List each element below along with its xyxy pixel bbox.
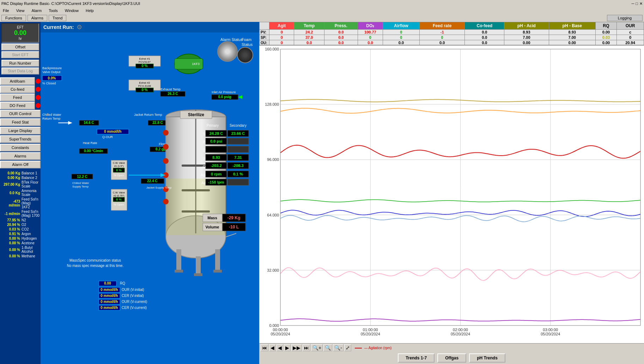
run-number-button[interactable]: Run Number bbox=[1, 60, 39, 67]
chart-fwd-step-button[interactable]: ▶▶ bbox=[291, 344, 302, 351]
svg-text:23.66 C: 23.66 C bbox=[231, 131, 245, 136]
gear-icon[interactable]: ⚙ bbox=[77, 23, 82, 31]
chart-play-button[interactable]: ▶ bbox=[284, 344, 291, 351]
svg-rect-51 bbox=[175, 270, 183, 273]
left-panel: EFT 0.00 hr Offset Start EFT Run Number … bbox=[0, 22, 259, 364]
svg-text:0 mmol/l/h: 0 mmol/l/h bbox=[101, 288, 118, 292]
legend-label: — Agitation (rpm) bbox=[364, 346, 392, 350]
co-feed-indicator bbox=[36, 87, 41, 92]
chart-zoom-in-button[interactable]: 🔍+ bbox=[311, 344, 323, 351]
super-trends-button[interactable]: SuperTrends bbox=[0, 135, 41, 143]
svg-text:0 %: 0 % bbox=[116, 198, 122, 201]
svg-text:Primary: Primary bbox=[207, 124, 219, 127]
constants-button[interactable]: Constants bbox=[0, 144, 41, 151]
feed-sol-1kf2-label: Feed Sol'n (Mag) 1KF2 bbox=[22, 197, 40, 209]
our-ou: 20.94 bbox=[625, 41, 635, 45]
svg-text:0.1 %: 0.1 % bbox=[233, 172, 243, 176]
co2-label: CO2 bbox=[22, 227, 29, 231]
svg-text:0.0 psi: 0.0 psi bbox=[210, 139, 222, 143]
ph-base-pv: 8.93 bbox=[569, 30, 576, 34]
feed-button[interactable]: Feed bbox=[0, 94, 35, 101]
balance1-label: Balance 1 bbox=[22, 171, 37, 175]
chart-last-button[interactable]: ⏭ bbox=[303, 344, 310, 351]
chart-first-button[interactable]: ⏮ bbox=[261, 344, 268, 351]
start-eft-button[interactable]: Start EFT bbox=[1, 51, 39, 58]
press-header: Press. bbox=[324, 22, 358, 30]
balance2-value: 0.00 Kg bbox=[1, 176, 20, 180]
offgas-button[interactable]: Offgas bbox=[437, 353, 466, 363]
menu-help[interactable]: Help bbox=[84, 8, 95, 13]
chart-zoom-out-button[interactable]: 🔍- bbox=[333, 344, 344, 351]
agit-sp: 0 bbox=[281, 35, 283, 40]
svg-point-63 bbox=[163, 158, 169, 164]
main-layout: EFT 0.00 hr Offset Start EFT Run Number … bbox=[0, 22, 644, 364]
svg-text:7.31: 7.31 bbox=[234, 155, 242, 160]
tab-functions[interactable]: Functions bbox=[1, 15, 26, 21]
menu-alarm[interactable]: Alarm bbox=[30, 8, 43, 13]
menu-file[interactable]: File bbox=[1, 8, 11, 13]
feed-stat-button[interactable]: Feed Stat bbox=[0, 118, 41, 126]
tab-alarms[interactable]: Alarms bbox=[28, 15, 47, 21]
methane-label: Methane bbox=[22, 254, 35, 258]
large-display-button[interactable]: Large Display bbox=[0, 127, 41, 135]
foam-status-label2: Status bbox=[242, 42, 253, 47]
chart-back-step-button[interactable]: ◀ bbox=[277, 344, 283, 351]
o2-value: 20.94 % bbox=[1, 223, 20, 227]
svg-text:Inlet Air Pressure: Inlet Air Pressure bbox=[212, 90, 236, 94]
antifoam-button[interactable]: Antifoam bbox=[0, 77, 35, 85]
svg-text:22.8 C: 22.8 C bbox=[152, 121, 163, 125]
menu-window[interactable]: Window bbox=[63, 8, 80, 13]
svg-text:0 rpm: 0 rpm bbox=[211, 172, 221, 176]
svg-text:0 mmol/l/h: 0 mmol/l/h bbox=[101, 300, 118, 304]
offset-button[interactable]: Offset bbox=[1, 43, 39, 50]
do2-header: DO₂ bbox=[358, 22, 383, 30]
start-data-log-button[interactable]: Start Data Log bbox=[1, 67, 39, 74]
btek-value: 297.00 Kg bbox=[1, 183, 20, 186]
current-run-label: Current Run: bbox=[43, 24, 74, 30]
press-pv: 0.0 bbox=[338, 30, 344, 34]
svg-text:Sterilize[interactable]: Sterilize bbox=[188, 112, 204, 117]
chart-zoom-reset-button[interactable]: 🔍 bbox=[323, 344, 332, 351]
chart-zoom-fit-button[interactable]: ⤢ bbox=[344, 344, 351, 351]
alarm-status-label: Alarm Status bbox=[220, 37, 243, 42]
ph-base-header: pH - Base bbox=[549, 22, 595, 30]
svg-text:% Open: % Open bbox=[114, 174, 124, 177]
menu-view[interactable]: View bbox=[15, 8, 26, 13]
our-control-button[interactable]: OUR Control bbox=[0, 110, 41, 118]
svg-text:% Open: % Open bbox=[114, 203, 124, 206]
chart-prev-button[interactable]: ◀ bbox=[269, 344, 276, 351]
indicators-table: Agit Temp Press. DO₂ Airflow Feed rate C… bbox=[259, 22, 644, 46]
feed-rate-sp: 0 bbox=[441, 35, 443, 40]
svg-text:#1 (1.5"): #1 (1.5") bbox=[114, 165, 124, 168]
alarms-button[interactable]: Alarms bbox=[0, 152, 41, 160]
svg-point-62 bbox=[163, 144, 169, 150]
svg-rect-49 bbox=[196, 256, 201, 274]
close-button[interactable]: ✕ bbox=[639, 1, 643, 6]
tab-trend[interactable]: Trend bbox=[49, 15, 66, 21]
svg-rect-119 bbox=[227, 146, 249, 153]
sidebar-item-feed: Feed bbox=[0, 94, 41, 101]
do-feed-button[interactable]: DO Feed bbox=[0, 102, 35, 109]
minimize-button[interactable]: ─ bbox=[632, 1, 634, 6]
alarm-off-button[interactable]: Alarm Off bbox=[0, 161, 41, 168]
svg-text:Heat Rate: Heat Rate bbox=[83, 141, 97, 145]
co-feed-header: Co-feed bbox=[465, 22, 504, 30]
co-feed-button[interactable]: Co-feed bbox=[0, 85, 35, 93]
svg-text:1KF3: 1KF3 bbox=[192, 62, 200, 66]
menu-tools[interactable]: Tools bbox=[47, 8, 59, 13]
btek-label: BTek Floor Scale bbox=[22, 180, 40, 188]
svg-text:-203.2: -203.2 bbox=[211, 163, 221, 168]
svg-text:-150 lpm: -150 lpm bbox=[208, 180, 224, 184]
tab-logging[interactable]: Logging bbox=[607, 15, 643, 21]
do2-ou: 0.0 bbox=[367, 41, 373, 45]
ph-trends-button[interactable]: pH Trends bbox=[469, 353, 505, 363]
svg-rect-48 bbox=[176, 249, 181, 270]
maximize-button[interactable]: □ bbox=[636, 1, 638, 6]
acetone-value: 0.00 % bbox=[1, 241, 20, 245]
balance2-label: Balance 2 bbox=[22, 176, 37, 180]
trends-1-7-button[interactable]: Trends 1-7 bbox=[398, 353, 435, 363]
svg-text:Volume: Volume bbox=[206, 225, 219, 229]
co-feed-ou: 0.0 bbox=[482, 41, 487, 45]
svg-text:0.0 psig: 0.0 psig bbox=[218, 95, 231, 99]
svg-text:Secondary: Secondary bbox=[230, 124, 247, 127]
